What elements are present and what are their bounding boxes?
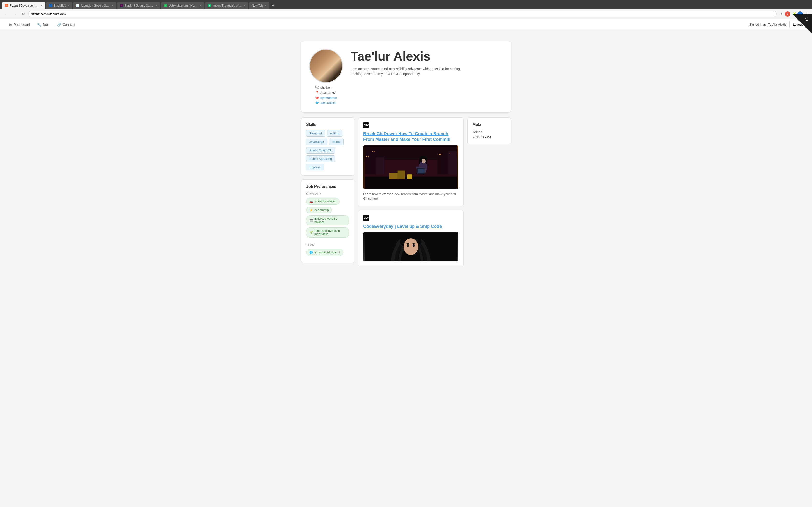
svg-point-25: [422, 159, 425, 163]
pref-remote: 🌐 Is remote friendly ℹ: [306, 249, 343, 256]
tab-close-fizbuz[interactable]: ✕: [40, 4, 43, 7]
github-icon: 🐙: [315, 96, 319, 100]
tab-bar: F Fizbuz | Developer Profile for... ✕ S …: [0, 0, 812, 9]
tab-label-imgur: Imgur: The magic of the Intern...: [213, 4, 242, 7]
speech-bubble-icon: 💬: [315, 86, 319, 89]
tab-slack[interactable]: # Slack | ! Google Calendar | Ho... ✕: [117, 2, 160, 9]
tab-stackedit[interactable]: S StackEdit ✕: [46, 2, 72, 9]
pref-startup-label: Is a startup: [314, 208, 329, 212]
skill-apollo[interactable]: Apollo GraphQL: [306, 147, 335, 154]
skill-react[interactable]: React: [329, 138, 344, 145]
refresh-button[interactable]: ↻: [20, 11, 27, 17]
tab-close-spotify[interactable]: ✕: [199, 4, 202, 7]
tab-label-fizbuz: Fizbuz | Developer Profile for...: [10, 4, 39, 7]
tab-imgur[interactable]: i Imgur: The magic of the Intern... ✕: [205, 2, 248, 9]
article-2-header: DEV: [363, 215, 458, 221]
tab-close-google[interactable]: ✕: [111, 4, 114, 7]
dev-badge-1: DEV: [363, 122, 369, 128]
favicon-imgur: i: [208, 4, 211, 7]
dev-badge-2: DEV: [363, 215, 369, 221]
vivaldi-icon[interactable]: V: [785, 11, 790, 17]
profile-card: 💬 she/her 📍 Atlanta, GA 🐙 cyberbarbie 🐦 …: [301, 41, 511, 113]
svg-rect-17: [398, 171, 405, 179]
dashboard-icon: ⊞: [9, 23, 12, 26]
left-sidebar: Skills Frontend writing JavaScript React…: [301, 117, 354, 266]
skills-list: Frontend writing JavaScript React Apollo…: [306, 130, 349, 170]
info-icon[interactable]: ℹ: [339, 251, 340, 254]
pref-junior-devs: 🌱 Hires and invests in junior devs: [306, 227, 349, 237]
connect-icon: 🔗: [57, 23, 61, 26]
avatar: [309, 49, 343, 83]
skill-writing[interactable]: writing: [327, 130, 343, 137]
address-bar-row: ← → ↻ ☆ V 🧩 👤 ⋮: [0, 9, 812, 19]
tab-fizbuz[interactable]: F Fizbuz | Developer Profile for... ✕: [2, 2, 45, 9]
nav-tools[interactable]: 🔧 Tools: [34, 19, 54, 30]
tab-label-stackedit: StackEdit: [54, 4, 66, 7]
nav-connect[interactable]: 🔗 Connect: [54, 19, 79, 30]
location-text: Atlanta, GA: [320, 91, 337, 95]
svg-rect-16: [389, 173, 399, 179]
svg-rect-11: [374, 151, 375, 152]
tab-close-slack[interactable]: ✕: [155, 4, 158, 7]
favicon-google: G: [76, 4, 79, 7]
ribbon-icon: 🏳: [804, 17, 809, 23]
skill-javascript[interactable]: JavaScript: [306, 138, 327, 145]
svg-rect-13: [440, 154, 441, 155]
skill-public-speaking[interactable]: Public Speaking: [306, 156, 335, 162]
company-preferences: 🚗 Is Product-driven ⚡ Is a startup 🟰 Enf…: [306, 198, 349, 239]
tab-close-stackedit[interactable]: ✕: [67, 4, 69, 7]
favicon-slack: #: [120, 4, 123, 7]
twitter-item: 🐦 taeluralexis: [315, 101, 337, 105]
tab-label-slack: Slack | ! Google Calendar | Ho...: [125, 4, 154, 7]
profile-meta-info: 💬 she/her 📍 Atlanta, GA 🐙 cyberbarbie 🐦 …: [315, 86, 337, 105]
nav-dashboard[interactable]: ⊞ Dashboard: [6, 19, 34, 30]
app-nav: ⊞ Dashboard 🔧 Tools 🔗 Connect Signed in …: [0, 19, 812, 31]
tab-close-newtab[interactable]: ✕: [264, 4, 266, 7]
skill-express[interactable]: Express: [306, 164, 324, 170]
tab-label-newtab: New Tab: [252, 4, 263, 7]
article-1-image: [363, 145, 458, 189]
tab-newtab[interactable]: New Tab ✕: [249, 2, 269, 9]
article-2-image: [363, 232, 458, 261]
forward-button[interactable]: →: [12, 11, 18, 17]
tools-icon: 🔧: [37, 23, 41, 26]
nav-connect-label: Connect: [63, 23, 75, 26]
github-link[interactable]: cyberbarbie: [320, 96, 337, 100]
joined-value: 2019-05-24: [472, 135, 506, 139]
skill-frontend[interactable]: Frontend: [306, 130, 325, 137]
pronouns-item: 💬 she/her: [315, 86, 337, 89]
pronouns-text: she/her: [320, 86, 331, 89]
bookmark-icon[interactable]: ☆: [779, 11, 784, 17]
favicon-spotify: ♪: [164, 4, 167, 7]
corner-ribbon: 🏳: [793, 14, 812, 34]
article-1-desc: Learn how to create a new branch from ma…: [363, 192, 458, 201]
article-2-title[interactable]: CodeEveryday | Level up & Ship Code: [363, 224, 442, 229]
articles-section: DEV Break Git Down: How To Create a Bran…: [358, 117, 463, 266]
twitter-link[interactable]: taeluralexis: [320, 101, 337, 105]
svg-rect-4: [376, 157, 384, 174]
company-subtitle: Company: [306, 192, 349, 195]
location-item: 📍 Atlanta, GA: [315, 91, 337, 95]
article-card-2: DEV CodeEveryday | Level up & Ship Code: [358, 210, 463, 266]
article-1-title[interactable]: Break Git Down: How To Create a Branch F…: [363, 131, 451, 142]
new-tab-button[interactable]: +: [270, 2, 276, 9]
tab-close-imgur[interactable]: ✕: [243, 4, 246, 7]
back-button[interactable]: ←: [3, 11, 10, 17]
address-input[interactable]: [28, 11, 777, 17]
pref-product-driven-icon: 🚗: [309, 200, 313, 203]
skills-title: Skills: [306, 122, 349, 127]
nav-dashboard-label: Dashboard: [13, 23, 30, 26]
svg-rect-10: [372, 151, 373, 152]
avatar-section: 💬 she/her 📍 Atlanta, GA 🐙 cyberbarbie 🐦 …: [309, 49, 343, 105]
svg-rect-18: [407, 174, 412, 179]
tab-google[interactable]: G fizbuz.io - Google Search ✕: [73, 2, 116, 9]
svg-rect-29: [418, 169, 424, 173]
job-preferences-title: Job Preferences: [306, 184, 349, 189]
tab-label-google: fizbuz.io - Google Search: [81, 4, 110, 7]
pref-startup: ⚡ Is a startup: [306, 207, 332, 213]
skills-card: Skills Frontend writing JavaScript React…: [301, 117, 354, 175]
github-item: 🐙 cyberbarbie: [315, 96, 337, 100]
profile-right: Tae'lur Alexis I am an open source and a…: [351, 49, 503, 76]
pref-junior-devs-icon: 🌱: [309, 231, 313, 234]
tab-spotify[interactable]: ♪ Ushiwakamaru - Hizuru ✕: [161, 2, 204, 9]
